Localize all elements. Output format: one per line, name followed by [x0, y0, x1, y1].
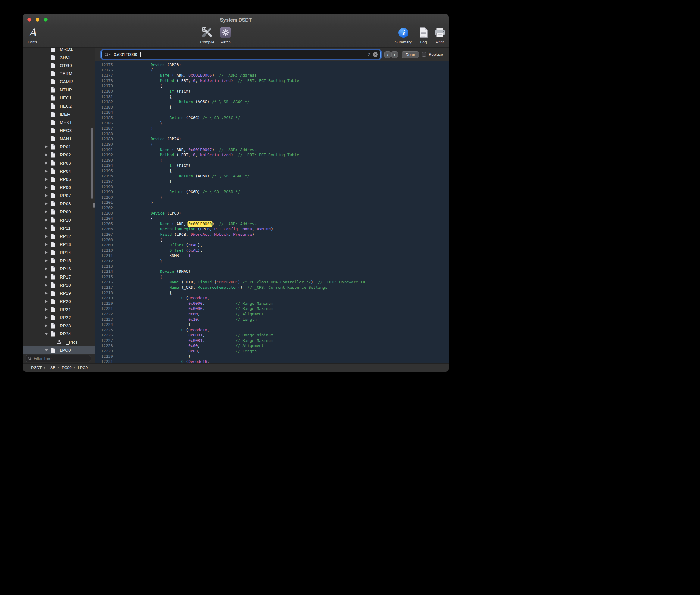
code-text: {: [115, 168, 172, 174]
code-editor[interactable]: 12175 Device (RP23)12176 {12177 Name (_A…: [95, 61, 449, 363]
sidebar-item-rp07[interactable]: RP07: [23, 191, 95, 200]
replace-checkbox[interactable]: [422, 52, 426, 57]
breadcrumb-item[interactable]: PC00: [62, 365, 72, 370]
sidebar-item-rp12[interactable]: RP12: [23, 232, 95, 240]
clear-search-icon[interactable]: ✕: [373, 52, 378, 57]
line-number: 12192: [95, 152, 115, 158]
sidebar-item-mro1[interactable]: MRO1: [23, 48, 95, 53]
sidebar-item-hec1[interactable]: HEC1: [23, 94, 95, 102]
sidebar-item-mekt[interactable]: MEKT: [23, 118, 95, 126]
line-number: 12206: [95, 226, 115, 232]
sidebar-item-rp11[interactable]: RP11: [23, 224, 95, 232]
code-text: 0x03, // Length: [115, 348, 256, 354]
sidebar-item-rp06[interactable]: RP06: [23, 183, 95, 191]
code-line: 12215 {: [95, 274, 449, 280]
disclosure-triangle[interactable]: [44, 315, 49, 320]
sidebar-item-rp13[interactable]: RP13: [23, 240, 95, 248]
sidebar-item-rp05[interactable]: RP05: [23, 175, 95, 183]
sidebar-item-xhci[interactable]: XHCI: [23, 53, 95, 61]
sidebar-item-ider[interactable]: IDER: [23, 110, 95, 118]
sidebar-item-rp01[interactable]: RP01: [23, 143, 95, 151]
sidebar-item-hec3[interactable]: HEC3: [23, 126, 95, 135]
sidebar-item-label: RP20: [60, 299, 71, 304]
sidebar-scrollbar-thumb[interactable]: [91, 128, 93, 199]
toolbar-button-print[interactable]: Print: [429, 25, 449, 44]
line-number: 12194: [95, 163, 115, 168]
sidebar-item-rp02[interactable]: RP02: [23, 151, 95, 159]
code-line: 12222 0x00, // Alignment: [95, 311, 449, 317]
sidebar-item-rp03[interactable]: RP03: [23, 159, 95, 167]
toolbar-button-patch[interactable]: Patch: [215, 25, 236, 44]
sidebar-item-nan1[interactable]: NAN1: [23, 135, 95, 143]
sidebar-item-label: RP02: [60, 152, 71, 157]
splitter-handle[interactable]: [93, 203, 95, 208]
disclosure-triangle[interactable]: [44, 250, 49, 255]
disclosure-triangle[interactable]: [44, 307, 49, 312]
document-icon: [50, 79, 55, 84]
sidebar-item-rp19[interactable]: RP19: [23, 289, 95, 297]
disclosure-triangle[interactable]: [44, 299, 49, 304]
code-text: ): [115, 322, 191, 327]
sidebar-item-rp24[interactable]: RP24: [23, 330, 95, 338]
breadcrumb-item[interactable]: _SB: [48, 365, 55, 370]
sidebar-item-rp17[interactable]: RP17: [23, 273, 95, 281]
disclosure-triangle[interactable]: [44, 323, 49, 328]
search-field[interactable]: 2 ✕: [101, 50, 381, 59]
disclosure-triangle[interactable]: [44, 169, 49, 173]
disclosure-triangle[interactable]: [44, 201, 49, 206]
disclosure-triangle[interactable]: [44, 185, 49, 190]
disclosure-triangle[interactable]: [44, 144, 49, 149]
breadcrumb-item[interactable]: DSDT: [31, 365, 41, 370]
code-text: Name (_ADR, 0x001B0006) // _ADR: Address: [115, 73, 256, 78]
sidebar-item-rp14[interactable]: RP14: [23, 248, 95, 256]
toolbar-button-compile[interactable]: Compile: [197, 25, 218, 44]
find-previous-button[interactable]: ‹: [384, 51, 391, 58]
disclosure-triangle[interactable]: [44, 161, 49, 165]
sidebar-item-camr[interactable]: CAMR: [23, 78, 95, 86]
sidebar-item-rp20[interactable]: RP20: [23, 297, 95, 305]
disclosure-triangle[interactable]: [44, 348, 49, 352]
code-line: 12178 Method (_PRT, 0, NotSerialized) //…: [95, 78, 449, 84]
disclosure-triangle[interactable]: [44, 266, 49, 271]
sidebar-item-hec2[interactable]: HEC2: [23, 102, 95, 110]
sidebar-item-rp15[interactable]: RP15: [23, 256, 95, 265]
sidebar-item-prt[interactable]: _PRT: [23, 338, 95, 346]
toolbar-button-summary[interactable]: i Summary: [393, 25, 414, 44]
disclosure-triangle[interactable]: [44, 275, 49, 279]
sidebar-item-rp04[interactable]: RP04: [23, 167, 95, 175]
sidebar-item-rp10[interactable]: RP10: [23, 216, 95, 224]
document-icon: [50, 266, 55, 272]
disclosure-triangle[interactable]: [44, 332, 49, 336]
disclosure-triangle[interactable]: [44, 218, 49, 222]
toolbar-button-fonts[interactable]: A Fonts: [23, 25, 43, 44]
disclosure-triangle[interactable]: [44, 258, 49, 263]
disclosure-triangle[interactable]: [44, 291, 49, 295]
sidebar-item-rp23[interactable]: RP23: [23, 321, 95, 330]
disclosure-triangle[interactable]: [44, 226, 49, 230]
breadcrumb-item[interactable]: LPC0: [78, 365, 88, 370]
sidebar-item-term[interactable]: TERM: [23, 69, 95, 78]
done-button[interactable]: Done: [401, 51, 419, 58]
sidebar-item-rp21[interactable]: RP21: [23, 305, 95, 313]
sidebar-item-rp16[interactable]: RP16: [23, 265, 95, 273]
disclosure-triangle[interactable]: [44, 177, 49, 181]
disclosure-triangle[interactable]: [44, 242, 49, 247]
search-input[interactable]: [113, 52, 368, 57]
disclosure-triangle[interactable]: [44, 283, 49, 287]
line-number: 12177: [95, 73, 115, 78]
disclosure-triangle[interactable]: [44, 152, 49, 157]
disclosure-triangle[interactable]: [44, 234, 49, 238]
sidebar-item-rp18[interactable]: RP18: [23, 281, 95, 289]
sidebar-item-otg0[interactable]: OTG0: [23, 61, 95, 69]
disclosure-triangle[interactable]: [44, 193, 49, 198]
sidebar-item-rp22[interactable]: RP22: [23, 313, 95, 321]
disclosure-triangle[interactable]: [44, 209, 49, 214]
find-next-button[interactable]: ›: [391, 51, 398, 58]
sidebar-item-rp08[interactable]: RP08: [23, 200, 95, 208]
filter-tree-field[interactable]: [26, 355, 91, 362]
filter-tree-input[interactable]: [33, 356, 89, 361]
document-icon: [50, 119, 55, 125]
sidebar-item-nthp[interactable]: NTHP: [23, 86, 95, 94]
sidebar-item-rp09[interactable]: RP09: [23, 208, 95, 216]
sidebar-item-lpc0[interactable]: LPC0: [23, 346, 95, 354]
